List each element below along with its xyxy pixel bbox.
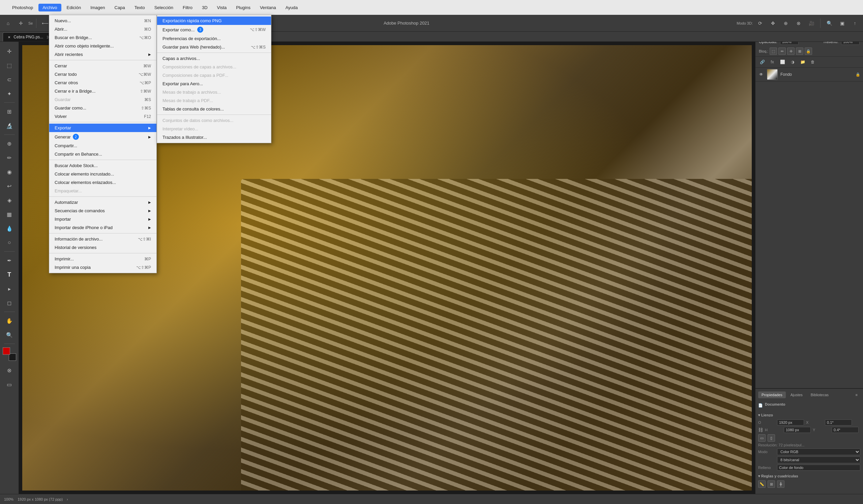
shape-tool-btn[interactable]: ◻ <box>3 296 16 310</box>
menu-3d[interactable]: 3D <box>198 4 212 11</box>
menu-compartir[interactable]: Compartir... <box>49 142 157 150</box>
x-input[interactable] <box>825 419 852 426</box>
sub-capas-archivos[interactable]: Capas a archivos... <box>157 54 271 63</box>
menu-imprimir[interactable]: Imprimir... ⌘P <box>49 255 157 263</box>
3d-misc[interactable]: ⊗ <box>793 18 804 29</box>
move-tool[interactable]: ✛ <box>15 18 26 29</box>
share-btn[interactable]: ↑ <box>850 18 860 29</box>
menu-secuencias[interactable]: Secuencias de comandos ▶ <box>49 207 157 215</box>
menu-vista[interactable]: Vista <box>213 4 231 11</box>
menu-cerrar-todo[interactable]: Cerrar todo ⌥⌘W <box>49 70 157 78</box>
move-tool-btn[interactable]: ✛ <box>3 44 16 58</box>
menu-exportar[interactable]: Exportar ▶ <box>49 124 157 132</box>
fill-input2[interactable] <box>777 465 860 471</box>
eyedropper-btn[interactable]: 🔬 <box>3 119 16 132</box>
layer-item-fondo[interactable]: 👁 Fondo 🔒 <box>755 68 863 81</box>
screen-mode-btn[interactable]: ▭ <box>3 378 16 391</box>
menu-ayuda[interactable]: Ayuda <box>282 4 302 11</box>
status-arrow[interactable]: › <box>67 497 68 501</box>
mask-btn[interactable]: ⬜ <box>778 58 787 66</box>
height-input[interactable] <box>784 427 811 433</box>
props-menu-icon[interactable]: ≡ <box>853 391 860 398</box>
fx-btn[interactable]: fx <box>768 58 776 66</box>
3d-pan[interactable]: ✥ <box>767 18 778 29</box>
menu-importar-iphone[interactable]: Importar desde iPhone o iPad ▶ <box>49 223 157 232</box>
lock-transparency-btn[interactable]: ⬚ <box>770 48 777 55</box>
menu-plugins[interactable]: Plugins <box>232 4 254 11</box>
sub-guardar-web[interactable]: Guardar para Web (heredado)... ⌥⇧⌘S <box>157 43 271 51</box>
guide-btn[interactable]: ╋ <box>777 480 785 488</box>
blur-btn[interactable]: 💧 <box>3 222 16 235</box>
mode-select[interactable]: Color RGB <box>777 449 860 455</box>
props-tab-ajustes[interactable]: Ajustes <box>787 391 806 398</box>
brush-tool-btn[interactable]: ✏ <box>3 151 16 164</box>
eraser-btn[interactable]: ◈ <box>3 193 16 207</box>
menu-info-archivo[interactable]: Información de archivo... ⌥⇧⌘I <box>49 235 157 243</box>
adj-btn[interactable]: ◑ <box>788 58 797 66</box>
menu-texto[interactable]: Texto <box>130 4 149 11</box>
path-select-btn[interactable]: ▸ <box>3 282 16 296</box>
sub-exportar-como[interactable]: Exportar como... 3 ⌥⇧⌘W <box>157 25 271 34</box>
hand-tool-btn[interactable]: ✋ <box>3 314 16 327</box>
menu-smart-obj[interactable]: Abrir como objeto inteligente... <box>49 42 157 50</box>
lock-artboard-btn[interactable]: ⊞ <box>796 48 803 55</box>
canvas-portrait-btn[interactable]: ▯ <box>767 434 775 442</box>
menu-seleccion[interactable]: Selección <box>150 4 177 11</box>
search-btn[interactable]: 🔍 <box>824 18 835 29</box>
ruler-btn[interactable]: 📏 <box>758 480 766 488</box>
menu-edicion[interactable]: Edición <box>63 4 85 11</box>
width-input[interactable] <box>777 419 804 426</box>
marquee-tool-btn[interactable]: ⬚ <box>3 59 16 72</box>
lock-position-btn[interactable]: ✛ <box>787 48 795 55</box>
menu-volver[interactable]: Volver F12 <box>49 112 157 120</box>
gradient-btn[interactable]: ▦ <box>3 208 16 221</box>
menu-adobe-stock[interactable]: Buscar Adobe Stock... <box>49 161 157 170</box>
y-input[interactable] <box>831 427 859 433</box>
link-btn[interactable]: 🔗 <box>758 58 766 66</box>
grid-btn[interactable]: ⊞ <box>767 480 775 488</box>
heal-brush-btn[interactable]: ⊕ <box>3 137 16 150</box>
menu-nuevo[interactable]: Nuevo... ⌘N <box>49 16 157 25</box>
sub-exportar-aero[interactable]: Exportar para Aero... <box>157 79 271 88</box>
pen-tool-btn[interactable]: ✒ <box>3 254 16 267</box>
crop-tool-btn[interactable]: ⊞ <box>3 105 16 118</box>
tab-close[interactable]: ✕ <box>8 35 11 39</box>
3d-rotate[interactable]: ⟳ <box>755 18 766 29</box>
menu-filtro[interactable]: Filtro <box>179 4 197 11</box>
menu-imagen[interactable]: Imagen <box>86 4 109 11</box>
foreground-color[interactable] <box>3 347 10 355</box>
menu-photoshop[interactable]: Photoshop <box>8 4 37 11</box>
trash-btn[interactable]: 🗑 <box>809 58 817 66</box>
sub-tablas-colores[interactable]: Tablas de consulta de colores... <box>157 105 271 113</box>
sub-preferencias-exportacion[interactable]: Preferencias de exportación... <box>157 34 271 43</box>
menu-bridge[interactable]: Buscar en Bridge... ⌥⌘O <box>49 33 157 42</box>
quick-mask-btn[interactable]: ⊗ <box>3 363 16 377</box>
home-btn[interactable]: ⌂ <box>3 18 13 29</box>
menu-guardar-como[interactable]: Guardar como... ⇧⌘S <box>49 104 157 112</box>
menu-colocar-incrustado[interactable]: Colocar elemento incrustado... <box>49 170 157 178</box>
menu-abrir[interactable]: Abrir... ⌘O <box>49 25 157 33</box>
3d-zoom[interactable]: ⊕ <box>780 18 791 29</box>
sub-trazados-illustrator[interactable]: Trazados a Illustrator... <box>157 133 271 142</box>
canvas-landscape-btn[interactable]: ▭ <box>758 434 766 442</box>
lasso-tool-btn[interactable]: ⊂ <box>3 73 16 86</box>
folder-btn[interactable]: 📁 <box>799 58 807 66</box>
layer-eye-fondo[interactable]: 👁 <box>758 72 764 77</box>
menu-archivo[interactable]: Archivo <box>38 4 61 11</box>
dodge-btn[interactable]: ○ <box>3 236 16 249</box>
menu-capa[interactable]: Capa <box>111 4 129 11</box>
menu-importar[interactable]: Importar ▶ <box>49 215 157 223</box>
props-tab-propiedades[interactable]: Propiedades <box>758 391 786 398</box>
lock-paint-btn[interactable]: ✏ <box>778 48 786 55</box>
view-btn[interactable]: ▣ <box>837 18 848 29</box>
lock-all-btn[interactable]: 🔒 <box>805 48 812 55</box>
menu-ventana[interactable]: Ventana <box>256 4 280 11</box>
depth-select[interactable]: 8 bits/canal <box>777 456 860 463</box>
menu-cerrar-bridge[interactable]: Cerrar e ir a Bridge... ⇧⌘W <box>49 87 157 95</box>
menu-cerrar-otros[interactable]: Cerrar otros ⌥⌘P <box>49 78 157 87</box>
clone-stamp-btn[interactable]: ◉ <box>3 165 16 179</box>
menu-recientes[interactable]: Abrir recientes ▶ <box>49 50 157 59</box>
menu-compartir-behance[interactable]: Compartir en Behance... <box>49 150 157 158</box>
magic-wand-btn[interactable]: ✦ <box>3 87 16 100</box>
rulers-title[interactable]: ▾ Reglas y cuadrículas <box>758 474 860 478</box>
